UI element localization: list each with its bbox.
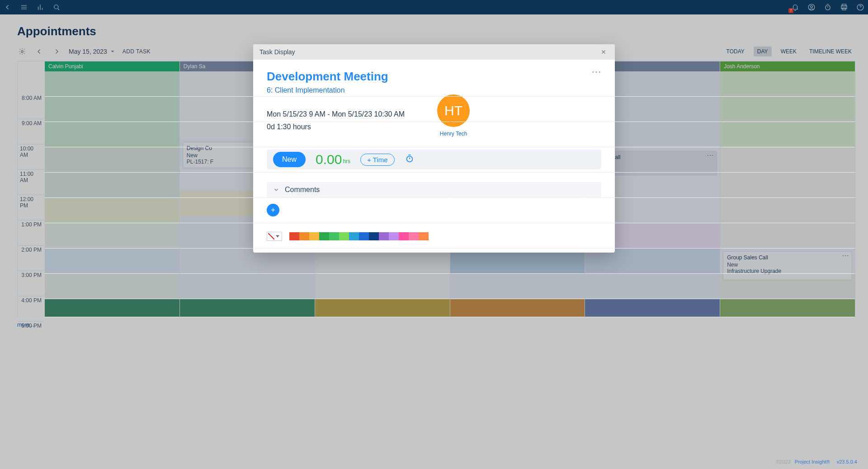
person-col-4 <box>450 61 585 317</box>
person-col-3 <box>315 61 450 317</box>
modal-title: Task Display <box>259 48 295 56</box>
calendar: Calvin Punjabi Dylan Sa Design Co New PL… <box>17 61 855 317</box>
person-col-6: Josh Anderson ⋯ Group Sales Call New Inf… <box>720 61 855 317</box>
person-col-5: ⋯ Weekly Call Q3 <box>585 61 720 317</box>
close-icon[interactable] <box>599 47 609 57</box>
person-col-1: Calvin Punjabi <box>45 61 180 317</box>
modal-header: Task Display <box>253 44 615 60</box>
person-col-2: Dylan Sa Design Co New PL-1517: F <box>180 61 315 317</box>
